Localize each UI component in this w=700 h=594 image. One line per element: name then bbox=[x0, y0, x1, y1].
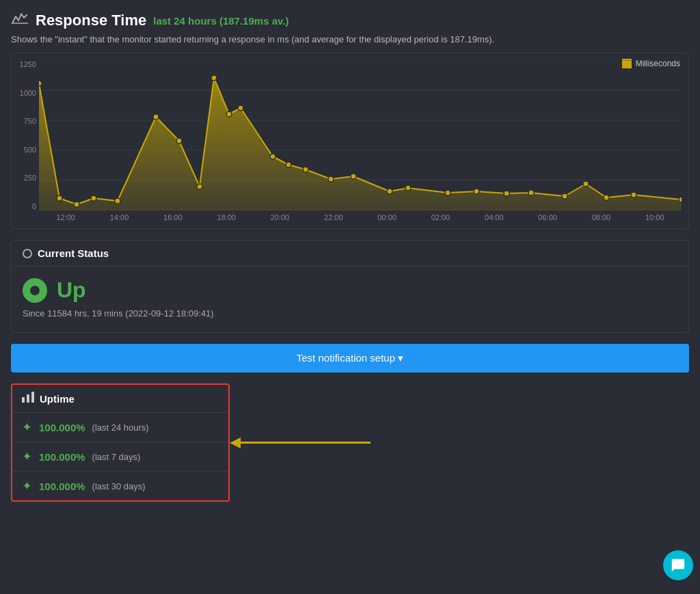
x-label-1800: 18:00 bbox=[200, 213, 253, 221]
uptime-star-24h: ✦ bbox=[22, 420, 32, 435]
x-label-0400: 04:00 bbox=[468, 213, 521, 221]
x-label-1600: 16:00 bbox=[146, 213, 200, 221]
uptime-period-30d: (last 30 days) bbox=[92, 481, 146, 491]
uptime-percent-7d: 100.000% bbox=[39, 451, 85, 463]
response-time-header: Response Time last 24 hours (187.19ms av… bbox=[11, 11, 689, 30]
chart-svg bbox=[39, 60, 682, 211]
y-label-1000: 1000 bbox=[14, 89, 36, 97]
svg-point-9 bbox=[57, 195, 62, 201]
current-status-header: Current Status bbox=[12, 241, 688, 267]
x-label-1000: 10:00 bbox=[628, 213, 682, 221]
arrow-container bbox=[230, 437, 371, 448]
uptime-star-30d: ✦ bbox=[22, 478, 32, 494]
svg-rect-36 bbox=[27, 394, 29, 403]
test-notification-button[interactable]: Test notification setup ▾ bbox=[11, 344, 689, 373]
uptime-percent-24h: 100.000% bbox=[39, 422, 85, 433]
x-label-0000: 00:00 bbox=[360, 213, 414, 221]
x-label-0200: 02:00 bbox=[414, 213, 467, 221]
y-label-0: 0 bbox=[14, 202, 36, 211]
svg-point-26 bbox=[445, 190, 450, 195]
svg-point-8 bbox=[39, 81, 42, 86]
uptime-row-30d: ✦ 100.000% (last 30 days) bbox=[12, 472, 228, 500]
svg-point-24 bbox=[387, 189, 392, 194]
svg-point-29 bbox=[528, 190, 534, 195]
y-label-750: 750 bbox=[14, 117, 36, 125]
svg-point-32 bbox=[604, 195, 609, 200]
svg-point-10 bbox=[74, 202, 79, 207]
x-label-2200: 22:00 bbox=[307, 213, 360, 221]
chart-container: Milliseconds 0 250 500 750 1000 1250 bbox=[11, 53, 689, 229]
svg-point-25 bbox=[405, 185, 411, 191]
uptime-header: Uptime bbox=[12, 385, 228, 413]
page-wrapper: Response Time last 24 hours (187.19ms av… bbox=[0, 0, 700, 524]
response-time-icon bbox=[11, 11, 29, 30]
status-body: Up Since 11584 hrs, 19 mins (2022-09-12 … bbox=[12, 267, 688, 332]
x-label-1200: 12:00 bbox=[39, 213, 92, 221]
response-time-title: Response Time bbox=[36, 12, 146, 29]
uptime-period-7d: (last 7 days) bbox=[92, 452, 141, 462]
svg-point-33 bbox=[631, 192, 636, 198]
svg-point-34 bbox=[679, 197, 682, 202]
status-up-row: Up bbox=[23, 278, 677, 303]
x-label-2000: 20:00 bbox=[253, 213, 306, 221]
chat-icon-button[interactable] bbox=[663, 550, 693, 580]
svg-point-23 bbox=[351, 174, 356, 179]
svg-point-11 bbox=[91, 195, 96, 201]
svg-point-28 bbox=[504, 191, 509, 196]
svg-marker-7 bbox=[39, 78, 682, 211]
chart-area: 0 250 500 750 1000 1250 bbox=[39, 60, 682, 211]
current-status-title: Current Status bbox=[38, 247, 109, 259]
current-status-section: Current Status Up Since 11584 hrs, 19 mi… bbox=[11, 240, 689, 333]
svg-point-21 bbox=[303, 167, 308, 172]
status-radio-icon bbox=[23, 249, 32, 258]
uptime-title: Uptime bbox=[40, 393, 75, 405]
svg-rect-35 bbox=[22, 397, 25, 403]
uptime-percent-30d: 100.000% bbox=[39, 481, 85, 492]
arrow-head bbox=[230, 437, 241, 448]
y-label-500: 500 bbox=[14, 146, 36, 154]
status-up-text: Up bbox=[57, 278, 86, 303]
y-axis: 0 250 500 750 1000 1250 bbox=[14, 60, 36, 211]
x-axis: 12:00 14:00 16:00 18:00 20:00 22:00 00:0… bbox=[39, 213, 682, 221]
svg-point-13 bbox=[153, 114, 159, 120]
x-label-0800: 08:00 bbox=[574, 213, 628, 221]
arrow-line bbox=[241, 442, 371, 444]
uptime-row-7d: ✦ 100.000% (last 7 days) bbox=[12, 442, 228, 472]
y-label-250: 250 bbox=[14, 174, 36, 182]
svg-point-22 bbox=[328, 176, 334, 182]
uptime-star-7d: ✦ bbox=[22, 449, 32, 464]
svg-point-14 bbox=[176, 138, 182, 144]
svg-point-15 bbox=[197, 184, 202, 189]
svg-point-16 bbox=[211, 75, 217, 81]
x-label-1400: 14:00 bbox=[92, 213, 146, 221]
svg-point-27 bbox=[474, 189, 479, 194]
svg-point-30 bbox=[562, 193, 567, 199]
response-time-desc: Shows the "instant" that the monitor sta… bbox=[11, 34, 689, 44]
uptime-period-24h: (last 24 hours) bbox=[92, 422, 149, 433]
svg-point-18 bbox=[238, 105, 243, 111]
x-label-0600: 06:00 bbox=[521, 213, 574, 221]
svg-point-17 bbox=[226, 111, 232, 117]
bar-chart-icon bbox=[22, 392, 34, 405]
svg-point-19 bbox=[270, 154, 275, 159]
y-label-1250: 1250 bbox=[14, 60, 36, 68]
uptime-row-24h: ✦ 100.000% (last 24 hours) bbox=[12, 413, 228, 442]
response-time-badge: last 24 hours (187.19ms av.) bbox=[153, 15, 288, 27]
status-up-icon bbox=[23, 278, 47, 303]
status-since: Since 11584 hrs, 19 mins (2022-09-12 18:… bbox=[23, 308, 677, 319]
svg-rect-37 bbox=[31, 392, 34, 403]
svg-point-31 bbox=[583, 181, 589, 187]
svg-point-12 bbox=[115, 198, 120, 204]
svg-point-20 bbox=[286, 162, 291, 167]
uptime-wrapper: Uptime ✦ 100.000% (last 24 hours) ✦ 100.… bbox=[11, 383, 689, 502]
uptime-section: Uptime ✦ 100.000% (last 24 hours) ✦ 100.… bbox=[11, 383, 230, 502]
